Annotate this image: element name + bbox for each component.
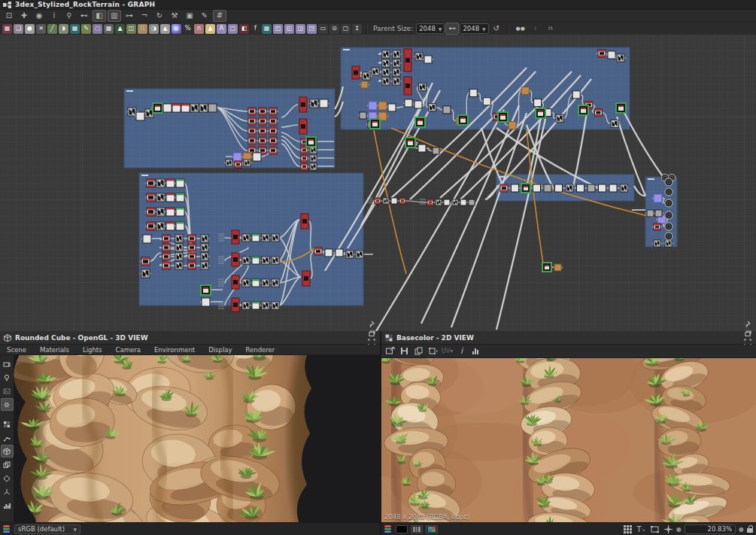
relink-icon[interactable]: ↻ (153, 10, 166, 22)
graph-node[interactable] (141, 235, 153, 243)
graph-node[interactable] (174, 262, 184, 269)
graph-node[interactable] (497, 112, 509, 122)
menu-lights[interactable]: Lights (76, 346, 109, 354)
grayscale-node-icon[interactable]: ▦ (104, 24, 114, 34)
graph-node[interactable] (241, 302, 251, 309)
graph-node[interactable] (250, 302, 261, 309)
graph-node[interactable] (586, 184, 597, 192)
graph-node[interactable] (155, 208, 166, 216)
graph-node[interactable] (257, 108, 268, 115)
reset-size-icon[interactable]: ↺ (490, 23, 503, 35)
export-image-icon[interactable] (384, 346, 396, 357)
pan-view-icon[interactable]: ✚ (17, 10, 31, 22)
graph-node[interactable] (299, 147, 309, 154)
graph-node[interactable] (542, 184, 553, 192)
graph-node[interactable] (257, 127, 268, 135)
graph-node[interactable] (140, 257, 151, 266)
graph-node[interactable] (354, 251, 365, 258)
clean-icon[interactable]: ✎ (198, 10, 211, 22)
view2d-texture[interactable] (381, 358, 756, 522)
graph-node[interactable] (413, 101, 424, 108)
graph-node[interactable] (200, 285, 211, 295)
graph-node[interactable] (224, 160, 234, 166)
image-icon[interactable] (1, 385, 14, 397)
graph-node[interactable] (663, 240, 673, 247)
graph-node[interactable] (521, 184, 531, 193)
menu-camera[interactable]: Camera (109, 346, 147, 354)
output-node[interactable] (665, 178, 673, 186)
graph-node[interactable] (457, 115, 469, 125)
float-button[interactable] (366, 329, 376, 338)
blend-node-icon[interactable]: ❏ (14, 24, 23, 34)
info-icon[interactable]: i (455, 346, 468, 357)
fx-map-node-icon[interactable]: ▦ (262, 24, 272, 34)
graph-node[interactable] (268, 127, 278, 135)
graph-node[interactable] (299, 155, 309, 162)
graph-node[interactable] (165, 222, 176, 230)
graph-node[interactable] (451, 199, 460, 205)
transform-2d-node-icon[interactable]: ▢ (228, 24, 238, 34)
output-node[interactable] (665, 233, 673, 240)
graph-node[interactable] (427, 104, 437, 111)
graph-node[interactable] (323, 249, 334, 257)
graph-node[interactable] (155, 193, 166, 202)
graph-node[interactable] (174, 244, 184, 251)
graph-node[interactable] (615, 103, 627, 113)
menu-scene[interactable]: Scene (0, 346, 33, 354)
graph-node[interactable] (260, 234, 271, 242)
graph-node[interactable] (381, 68, 391, 76)
graph-node[interactable] (597, 184, 608, 192)
comment-icon[interactable]: ▭ (318, 24, 328, 34)
graph-node[interactable] (232, 153, 243, 161)
graph-node[interactable] (260, 302, 271, 309)
blur-node-icon[interactable]: ● (25, 24, 35, 34)
graph-node[interactable] (609, 120, 620, 127)
graph-node[interactable] (391, 50, 402, 58)
curve-node-icon[interactable]: ╱ (47, 24, 57, 34)
right-angle-link-icon[interactable]: ¬ (138, 10, 151, 22)
output-node[interactable] (665, 211, 673, 219)
zoom-out-button[interactable]: ● (676, 526, 682, 533)
graph-node[interactable] (405, 138, 416, 147)
portal-node-icon[interactable]: ◳ (307, 24, 317, 34)
graph-canvas[interactable] (0, 35, 756, 331)
graph-node[interactable] (308, 147, 318, 154)
motion-blur-node-icon[interactable]: ∷ (138, 24, 147, 34)
background-color-swatch[interactable] (396, 525, 408, 533)
graph-node[interactable] (597, 50, 607, 57)
graph-node[interactable] (442, 106, 452, 114)
menu-materials[interactable]: Materials (33, 346, 76, 354)
graph-node[interactable] (390, 198, 399, 204)
camera-icon[interactable] (1, 357, 14, 370)
graph-node[interactable] (241, 279, 251, 287)
graph-node[interactable] (161, 253, 172, 260)
graph-node[interactable] (175, 193, 186, 202)
graph-node[interactable] (404, 49, 411, 71)
graph-node[interactable] (299, 119, 307, 134)
graph-node[interactable] (199, 262, 210, 269)
graph-node[interactable] (442, 199, 451, 205)
graph-node[interactable] (391, 59, 402, 67)
graph-node[interactable] (507, 122, 518, 129)
graph-node[interactable] (232, 275, 239, 289)
graph-node[interactable] (199, 253, 210, 260)
graph-node[interactable] (305, 137, 317, 147)
graph-node[interactable] (308, 163, 318, 170)
tools-icon[interactable]: ⚒ (168, 10, 181, 22)
graph-node[interactable] (155, 179, 166, 187)
graph-node[interactable] (241, 257, 251, 264)
graph-node[interactable] (532, 184, 542, 192)
output-node[interactable] (665, 199, 673, 207)
graph-node[interactable] (260, 257, 271, 264)
graph-node[interactable] (369, 119, 381, 129)
graph-node[interactable] (187, 235, 197, 242)
dot-node-icon[interactable]: ⊙ (329, 24, 339, 34)
graph-node[interactable] (250, 234, 261, 242)
fit-content-icon[interactable]: ⊡ (2, 10, 16, 22)
output-node-icon[interactable]: ◲ (296, 24, 305, 34)
graph-node[interactable] (232, 298, 239, 312)
graph-node[interactable] (268, 137, 278, 144)
emboss-node-icon[interactable]: ✎ (81, 24, 91, 34)
graph-node[interactable] (250, 257, 261, 264)
graph-node[interactable] (414, 117, 426, 127)
